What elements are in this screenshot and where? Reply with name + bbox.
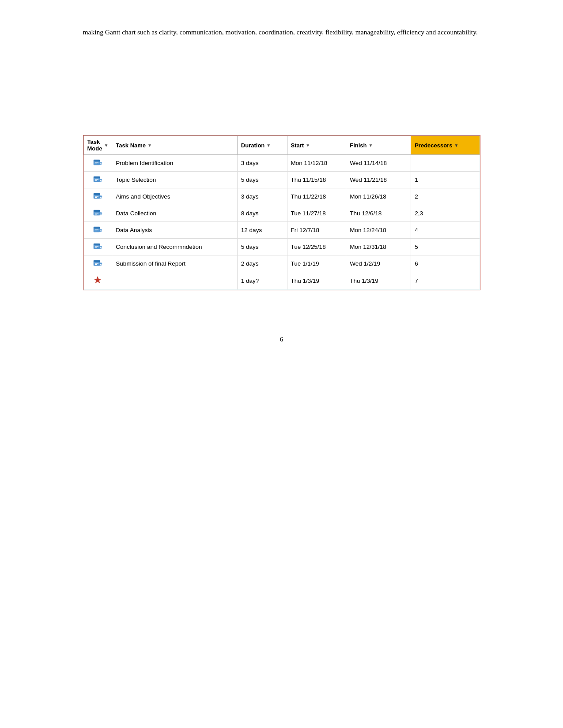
col-label-task-name: Task Name <box>116 142 146 149</box>
col-label-task-mode: TaskMode <box>87 139 102 152</box>
start-cell: Tue 1/1/19 <box>287 255 346 272</box>
finish-cell: Mon 12/24/18 <box>346 222 411 239</box>
gantt-table: TaskMode ▼ Task Name ▼ Duration ▼ <box>83 135 480 290</box>
svg-rect-25 <box>94 260 100 262</box>
task-mode-cell <box>83 239 112 255</box>
task-name-cell: Conclusion and Recommndetion <box>112 239 237 255</box>
table-row: Data Analysis12 daysFri 12/7/18Mon 12/24… <box>83 222 480 239</box>
start-cell: Mon 11/12/18 <box>287 155 346 172</box>
predecessors-cell: 2,3 <box>411 205 480 222</box>
col-header-finish[interactable]: Finish ▼ <box>346 136 411 155</box>
auto-schedule-icon <box>93 212 102 218</box>
task-mode-cell <box>83 222 112 239</box>
col-header-predecessors[interactable]: Predecessors ▼ <box>411 136 480 155</box>
start-dropdown-arrow[interactable]: ▼ <box>306 143 310 148</box>
duration-cell: 5 days <box>237 172 287 188</box>
task-name-cell: Topic Selection <box>112 172 237 188</box>
star-icon <box>93 280 102 286</box>
svg-marker-28 <box>94 276 102 284</box>
task-name-cell <box>112 272 237 290</box>
finish-cell: Thu 12/6/18 <box>346 205 411 222</box>
col-label-duration: Duration <box>241 142 264 149</box>
start-cell: Tue 12/25/18 <box>287 239 346 255</box>
task-mode-cell <box>83 188 112 205</box>
predecessors-cell <box>411 155 480 172</box>
auto-schedule-icon <box>93 178 102 185</box>
duration-cell: 3 days <box>237 155 287 172</box>
svg-rect-9 <box>94 193 100 195</box>
duration-cell: 8 days <box>237 205 287 222</box>
svg-rect-13 <box>94 210 100 212</box>
table-row: 1 day?Thu 1/3/19Thu 1/3/197 <box>83 272 480 290</box>
task-mode-cell <box>83 272 112 290</box>
predecessors-cell: 2 <box>411 188 480 205</box>
duration-cell: 5 days <box>237 239 287 255</box>
task-mode-dropdown-arrow[interactable]: ▼ <box>104 143 108 148</box>
predecessors-cell: 4 <box>411 222 480 239</box>
duration-cell: 1 day? <box>237 272 287 290</box>
predecessors-cell: 7 <box>411 272 480 290</box>
duration-cell: 2 days <box>237 255 287 272</box>
task-name-dropdown-arrow[interactable]: ▼ <box>147 143 152 148</box>
task-name-cell: Aims and Objectives <box>112 188 237 205</box>
task-mode-cell <box>83 155 112 172</box>
page-number: 6 <box>83 336 480 343</box>
task-name-cell: Submission of final Report <box>112 255 237 272</box>
finish-cell: Wed 1/2/19 <box>346 255 411 272</box>
start-cell: Thu 11/22/18 <box>287 188 346 205</box>
table-row: Aims and Objectives3 daysThu 11/22/18Mon… <box>83 188 480 205</box>
finish-dropdown-arrow[interactable]: ▼ <box>368 143 373 148</box>
duration-cell: 12 days <box>237 222 287 239</box>
finish-cell: Mon 12/31/18 <box>346 239 411 255</box>
start-cell: Thu 1/3/19 <box>287 272 346 290</box>
task-name-cell: Data Collection <box>112 205 237 222</box>
intro-paragraph: making Gantt chart such as clarity, comm… <box>83 26 480 38</box>
col-label-finish: Finish <box>350 142 367 149</box>
finish-cell: Mon 11/26/18 <box>346 188 411 205</box>
task-mode-cell <box>83 255 112 272</box>
svg-rect-21 <box>94 244 100 245</box>
svg-rect-5 <box>94 176 100 178</box>
table-row: Data Collection8 daysTue 11/27/18Thu 12/… <box>83 205 480 222</box>
table-row: Submission of final Report2 daysTue 1/1/… <box>83 255 480 272</box>
table-header-row: TaskMode ▼ Task Name ▼ Duration ▼ <box>83 136 480 155</box>
predecessors-cell: 6 <box>411 255 480 272</box>
predecessors-cell: 1 <box>411 172 480 188</box>
predecessors-cell: 5 <box>411 239 480 255</box>
task-name-cell: Problem Identification <box>112 155 237 172</box>
predecessors-dropdown-arrow[interactable]: ▼ <box>454 143 458 148</box>
auto-schedule-icon <box>93 161 102 168</box>
auto-schedule-icon <box>93 195 102 202</box>
col-label-start: Start <box>291 142 304 149</box>
start-cell: Tue 11/27/18 <box>287 205 346 222</box>
start-cell: Thu 11/15/18 <box>287 172 346 188</box>
gantt-table-wrapper: TaskMode ▼ Task Name ▼ Duration ▼ <box>83 135 480 290</box>
task-mode-cell <box>83 172 112 188</box>
page: making Gantt chart such as clarity, comm… <box>83 0 480 379</box>
auto-schedule-icon <box>93 262 102 269</box>
task-name-cell: Data Analysis <box>112 222 237 239</box>
col-header-duration[interactable]: Duration ▼ <box>237 136 287 155</box>
duration-cell: 3 days <box>237 188 287 205</box>
table-row: Topic Selection5 daysThu 11/15/18Wed 11/… <box>83 172 480 188</box>
svg-rect-17 <box>94 227 100 229</box>
finish-cell: Thu 1/3/19 <box>346 272 411 290</box>
finish-cell: Wed 11/14/18 <box>346 155 411 172</box>
duration-dropdown-arrow[interactable]: ▼ <box>266 143 271 148</box>
task-mode-cell <box>83 205 112 222</box>
start-cell: Fri 12/7/18 <box>287 222 346 239</box>
col-header-task-mode[interactable]: TaskMode ▼ <box>83 136 112 155</box>
table-row: Problem Identification3 daysMon 11/12/18… <box>83 155 480 172</box>
auto-schedule-icon <box>93 245 102 252</box>
col-header-task-name[interactable]: Task Name ▼ <box>112 136 237 155</box>
svg-rect-1 <box>94 160 100 161</box>
col-header-start[interactable]: Start ▼ <box>287 136 346 155</box>
auto-schedule-icon <box>93 229 102 235</box>
finish-cell: Wed 11/21/18 <box>346 172 411 188</box>
table-row: Conclusion and Recommndetion5 daysTue 12… <box>83 239 480 255</box>
col-label-predecessors: Predecessors <box>415 142 452 149</box>
